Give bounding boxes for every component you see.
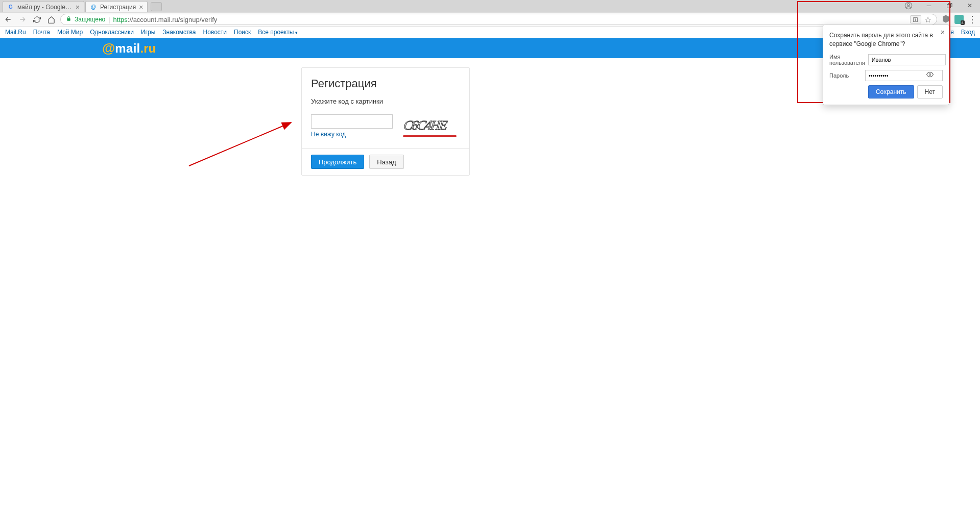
extension-badge-icon[interactable]: 4: [954, 15, 964, 24]
registration-card: Регистрация Укажите код с картинки Не ви…: [301, 67, 470, 176]
popup-message: Сохранить пароль для этого сайта в серви…: [829, 31, 943, 48]
username-label: Имя пользователя: [829, 54, 865, 66]
svg-rect-3: [67, 18, 70, 21]
lock-icon: [66, 16, 71, 23]
badge-count: 4: [961, 20, 965, 25]
logo-mail: mail: [115, 41, 140, 56]
url-text: https://account.mail.ru/signup/verify: [113, 16, 218, 23]
back-icon[interactable]: [3, 14, 13, 24]
captcha-input[interactable]: [311, 114, 393, 129]
nav-pochta[interactable]: Почта: [33, 29, 50, 36]
secure-label: Защищено: [75, 16, 105, 23]
url-field[interactable]: Защищено | https://account.mail.ru/signu…: [60, 14, 937, 25]
continue-button[interactable]: Продолжить: [311, 155, 364, 169]
chrome-menu-icon[interactable]: ⋮: [968, 14, 977, 25]
window-controls: ─ ✕: [898, 0, 980, 11]
browser-chrome: G майл ру - Google Search × @ Регистраци…: [0, 0, 980, 27]
tab-title: Регистрация: [100, 4, 136, 11]
tab-google-search[interactable]: G майл ру - Google Search ×: [3, 1, 84, 12]
save-button[interactable]: Сохранить: [868, 85, 914, 99]
svg-text:C6C4HE: C6C4HE: [403, 118, 448, 133]
new-tab-button[interactable]: [151, 2, 162, 11]
close-icon[interactable]: ×: [76, 3, 80, 11]
minimize-icon[interactable]: ─: [919, 0, 939, 11]
eye-icon[interactable]: [926, 71, 934, 80]
close-icon[interactable]: ×: [139, 3, 143, 11]
nav-odnoklassniki[interactable]: Одноклассники: [90, 29, 134, 36]
mailru-favicon-icon: @: [90, 4, 97, 11]
annotation-underline: [403, 135, 457, 137]
no-code-link[interactable]: Не вижу код: [311, 131, 346, 138]
svg-point-1: [907, 4, 910, 6]
tab-bar: G майл ру - Google Search × @ Регистраци…: [0, 0, 980, 12]
logo-at-icon: @: [102, 40, 115, 56]
mailru-logo[interactable]: @ mail .ru: [102, 40, 156, 56]
password-label: Пароль: [829, 72, 862, 79]
nav-all-projects[interactable]: Все проекты: [258, 29, 298, 36]
nav-novosti[interactable]: Новости: [203, 29, 227, 36]
logo-ru: .ru: [140, 41, 156, 56]
captcha-image: C6C4HE: [403, 114, 459, 135]
username-input[interactable]: [868, 54, 946, 65]
key-icon[interactable]: ⚿: [910, 15, 921, 23]
profile-icon[interactable]: [898, 0, 919, 11]
subtitle: Укажите код с картинки: [311, 97, 460, 105]
nav-znakomstva[interactable]: Знакомства: [162, 29, 196, 36]
save-password-popup: × Сохранить пароль для этого сайта в сер…: [823, 24, 949, 105]
svg-rect-2: [947, 4, 950, 8]
nav-moymir[interactable]: Мой Мир: [57, 29, 83, 36]
nav-igry[interactable]: Игры: [141, 29, 155, 36]
no-button[interactable]: Нет: [917, 85, 943, 99]
reload-icon[interactable]: [32, 14, 42, 24]
forward-icon: [17, 14, 28, 24]
page-title: Регистрация: [311, 77, 460, 90]
close-icon[interactable]: ×: [941, 28, 945, 36]
tab-registration[interactable]: @ Регистрация ×: [85, 1, 148, 12]
svg-point-7: [929, 73, 931, 76]
extension-icon[interactable]: [941, 14, 950, 25]
bookmark-star-icon[interactable]: ☆: [924, 15, 931, 24]
tab-title: майл ру - Google Search: [17, 4, 73, 11]
nav-mailru[interactable]: Mail.Ru: [5, 29, 26, 36]
maximize-icon[interactable]: [939, 0, 960, 11]
back-button[interactable]: Назад: [369, 155, 403, 169]
home-icon[interactable]: [46, 14, 56, 24]
close-window-icon[interactable]: ✕: [960, 0, 980, 11]
google-favicon-icon: G: [7, 4, 14, 11]
nav-poisk[interactable]: Поиск: [234, 29, 251, 36]
nav-login[interactable]: Вход: [961, 29, 975, 36]
